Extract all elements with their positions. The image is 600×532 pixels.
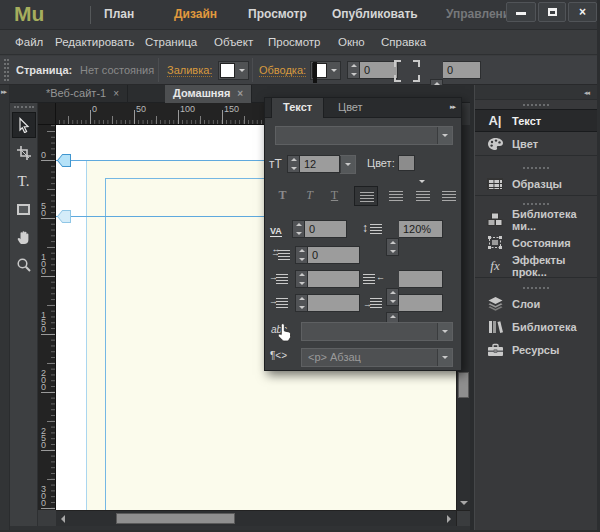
chevron-down-icon[interactable] (437, 127, 452, 144)
zoom-tool-button[interactable] (12, 252, 36, 278)
fill-swatch[interactable] (220, 63, 235, 78)
align-left-button[interactable] (354, 186, 378, 206)
close-tab-icon[interactable]: × (113, 88, 119, 99)
guide-handle[interactable] (57, 210, 71, 223)
hand-icon (16, 229, 32, 245)
stroke-swatch[interactable] (312, 63, 327, 78)
space-before-stepper[interactable] (295, 294, 308, 312)
expand-panel-icon[interactable]: ▸▸ (1, 88, 6, 96)
dock-item-library[interactable]: Библиотека (475, 315, 597, 338)
dock-item-text[interactable]: A| Текст (475, 109, 597, 132)
kerning-stepper[interactable] (292, 220, 305, 238)
dock-item-scroll-effects[interactable]: fx Эффекты прок... (475, 254, 597, 277)
first-line-indent-field[interactable]: 0 (308, 246, 360, 264)
stroke-width-field[interactable]: 0 (360, 61, 398, 79)
chevron-down-icon[interactable] (328, 63, 340, 78)
leading-field[interactable]: 120% (399, 220, 443, 238)
first-line-indent-stepper[interactable] (295, 246, 308, 264)
fill-color-picker[interactable] (218, 61, 249, 80)
crop-tool-button[interactable] (12, 140, 36, 166)
tab-color[interactable]: Цвет (327, 98, 374, 118)
chevron-down-icon[interactable] (437, 323, 452, 340)
dock-group-grip[interactable] (523, 287, 549, 289)
dock-group-grip[interactable] (523, 203, 549, 205)
mode-tab-design[interactable]: Дизайн (174, 7, 217, 21)
dock-item-color[interactable]: Цвет (475, 132, 597, 155)
char-style-select[interactable] (301, 322, 453, 341)
dock-item-widgets-library[interactable]: Библиотека ми... (475, 208, 597, 231)
bold-button[interactable]: T (272, 186, 293, 206)
menu-window[interactable]: Окно (338, 36, 365, 48)
scroll-down-icon[interactable] (460, 501, 468, 505)
space-before-field[interactable] (308, 294, 360, 312)
menu-file[interactable]: Файл (15, 36, 43, 48)
maximize-button[interactable] (538, 2, 566, 22)
space-lines-icon (370, 298, 382, 308)
text-tool-button[interactable]: T. (12, 168, 36, 194)
dock-item-layers[interactable]: Слои (475, 292, 597, 315)
menu-object[interactable]: Объект (214, 36, 253, 48)
mode-tab-preview[interactable]: Просмотр (248, 7, 307, 21)
doc-tab-home[interactable]: Домашняя× (165, 85, 252, 103)
right-indent-field[interactable] (399, 270, 443, 288)
fill-label[interactable]: Заливка: (167, 64, 212, 77)
italic-button[interactable]: T (299, 186, 320, 206)
space-after-field[interactable] (399, 294, 443, 312)
dock-item-swatches[interactable]: Образцы (475, 172, 597, 195)
guide-handle[interactable] (57, 154, 71, 167)
doc-tab-site[interactable]: *Веб-сайт-1× (38, 85, 128, 103)
rectangle-tool-button[interactable] (12, 196, 36, 222)
panel-collapse-icon[interactable]: ▸▸ (450, 103, 455, 111)
divider (252, 58, 253, 82)
menu-edit[interactable]: Редактировать (55, 36, 134, 48)
align-center-button[interactable] (384, 186, 408, 206)
mode-tab-plan[interactable]: План (104, 7, 134, 21)
tab-text[interactable]: Текст (271, 98, 324, 118)
minimize-button[interactable] (506, 2, 536, 22)
stroke-width-stepper[interactable] (347, 61, 360, 79)
mode-tab-publish[interactable]: Опубликовать (332, 7, 418, 21)
controlbar-grip[interactable] (4, 59, 9, 81)
align-justify-button[interactable] (437, 186, 461, 206)
left-indent-stepper[interactable] (295, 270, 308, 288)
corner-radius-field[interactable]: 0 (443, 61, 481, 79)
stroke-label[interactable]: Обводка: (259, 64, 306, 77)
horizontal-scrollbar[interactable] (56, 510, 456, 526)
chevron-down-icon[interactable] (236, 63, 248, 78)
paragraph-tag-select[interactable]: <p> Абзац (301, 348, 453, 367)
align-right-button[interactable] (411, 186, 435, 206)
font-size-stepper[interactable] (287, 155, 300, 173)
vertical-guide[interactable] (105, 178, 106, 510)
text-color-swatch[interactable] (398, 155, 415, 171)
left-indent-field[interactable] (308, 270, 360, 288)
font-size-field[interactable]: 12 (300, 155, 340, 173)
chevron-down-icon[interactable] (437, 349, 452, 366)
scroll-left-icon[interactable] (61, 515, 65, 523)
vertical-scrollbar-thumb[interactable] (458, 372, 469, 398)
corner-radius-icon[interactable] (394, 60, 420, 82)
selection-tool-button[interactable] (12, 112, 36, 138)
menu-help[interactable]: Справка (381, 36, 426, 48)
menu-view[interactable]: Просмотр (268, 36, 321, 48)
underline-button[interactable]: T (324, 186, 345, 206)
close-tab-icon[interactable]: × (237, 88, 243, 99)
dock-group-grip[interactable] (523, 104, 549, 106)
hand-tool-button[interactable] (12, 224, 36, 250)
font-size-dropdown[interactable] (340, 155, 356, 174)
dock-group-grip[interactable] (523, 167, 549, 169)
ruler-label: 300 (41, 486, 48, 507)
menu-page[interactable]: Страница (145, 36, 197, 48)
horizontal-scrollbar-thumb[interactable] (116, 513, 235, 524)
tools-panel: T. (10, 103, 38, 532)
stroke-color-picker[interactable] (310, 61, 341, 80)
close-button[interactable]: × (568, 2, 597, 22)
toolbar-grip[interactable] (14, 106, 34, 108)
dock-item-label: Текст (512, 115, 541, 127)
vertical-guide[interactable] (86, 160, 87, 510)
scroll-right-icon[interactable] (447, 515, 451, 523)
dock-item-states[interactable]: Состояния (475, 231, 597, 254)
collapse-dock-icon[interactable]: ◂◂ (584, 89, 589, 97)
dock-item-assets[interactable]: Ресурсы (475, 338, 597, 361)
kerning-field[interactable]: 0 (305, 220, 347, 238)
font-family-select[interactable] (275, 126, 453, 145)
